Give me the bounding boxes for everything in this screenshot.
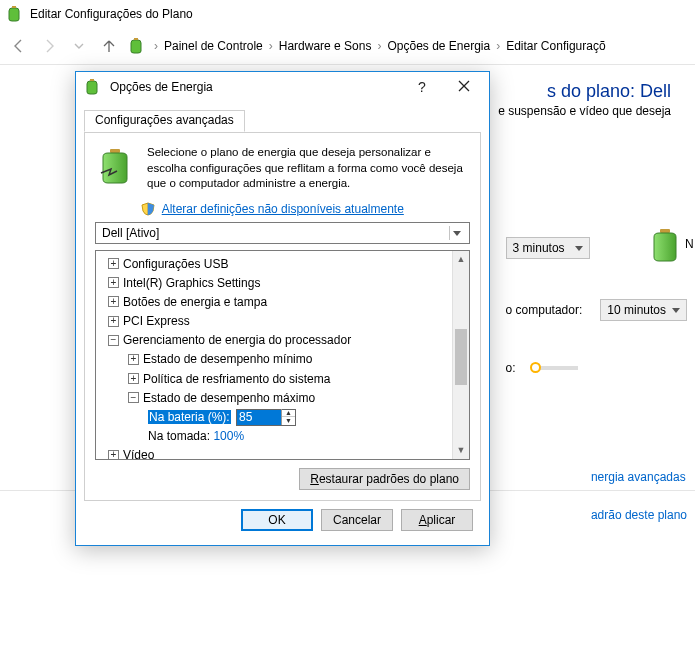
settings-tree[interactable]: +Configurações USB +Intel(R) Graphics Se… — [96, 251, 452, 459]
breadcrumb[interactable]: ›Painel de Controle ›Hardware e Sons ›Op… — [154, 39, 606, 53]
shield-icon — [141, 202, 155, 216]
svg-rect-1 — [134, 38, 138, 40]
collapse-icon[interactable]: − — [108, 335, 119, 346]
scroll-down-icon[interactable]: ▼ — [453, 442, 469, 459]
battery-icon — [6, 5, 24, 23]
change-unavailable-link[interactable]: Alterar definições não disponíveis atual… — [162, 202, 404, 216]
close-button[interactable] — [447, 75, 481, 99]
battery-large-icon — [95, 145, 137, 187]
plan-select[interactable]: Dell [Ativo] — [95, 222, 470, 244]
sleep-dropdown[interactable]: 3 minutos — [506, 237, 590, 259]
cancel-button[interactable]: Cancelar — [321, 509, 393, 531]
expand-icon[interactable]: + — [128, 354, 139, 365]
advanced-settings-link[interactable]: nergia avançadas — [591, 470, 687, 484]
battery-icon — [84, 78, 102, 96]
svg-rect-0 — [12, 6, 16, 8]
display-dropdown[interactable]: 10 minutos — [600, 299, 687, 321]
expand-icon[interactable]: + — [108, 258, 119, 269]
expand-icon[interactable]: + — [108, 296, 119, 307]
row-label: o: — [506, 361, 516, 375]
expand-icon[interactable]: + — [108, 450, 119, 459]
apply-button[interactable]: Aplicar — [401, 509, 473, 531]
power-options-dialog: Opções de Energia ? Configurações avança… — [75, 71, 490, 546]
nav-recent-icon[interactable] — [68, 35, 90, 57]
brightness-slider[interactable] — [534, 366, 578, 370]
help-button[interactable]: ? — [405, 75, 439, 99]
collapse-icon[interactable]: − — [128, 392, 139, 403]
tree-item-label[interactable]: Intel(R) Graphics Settings — [123, 276, 260, 290]
scroll-thumb[interactable] — [455, 329, 467, 385]
tree-item-label[interactable]: Botões de energia e tampa — [123, 295, 267, 309]
scroll-up-icon[interactable]: ▲ — [453, 251, 469, 268]
tree-item-label[interactable]: Estado de desempenho mínimo — [143, 352, 312, 366]
nav-back-icon[interactable] — [8, 35, 30, 57]
battery-icon — [128, 37, 146, 55]
on-battery-label[interactable]: Na bateria (%): — [148, 410, 231, 424]
tree-item-label[interactable]: Estado de desempenho máximo — [143, 391, 315, 405]
ok-button[interactable]: OK — [241, 509, 313, 531]
spin-down-icon[interactable]: ▼ — [282, 417, 295, 425]
tab-advanced[interactable]: Configurações avançadas — [84, 110, 245, 132]
dialog-title: Opções de Energia — [110, 80, 213, 94]
window-title: Editar Configurações do Plano — [30, 7, 193, 21]
on-ac-value[interactable]: 100% — [213, 429, 244, 443]
on-battery-spinner[interactable]: ▲ ▼ — [236, 409, 296, 426]
nav-up-icon[interactable] — [98, 35, 120, 57]
svg-rect-4 — [110, 149, 120, 153]
on-ac-label: Na tomada: — [148, 429, 210, 443]
restore-defaults-button[interactable]: Restaurar padrões do plano — [299, 468, 470, 490]
expand-icon[interactable]: + — [128, 373, 139, 384]
dialog-description: Selecione o plano de energia que deseja … — [147, 145, 470, 192]
svg-rect-2 — [660, 229, 670, 233]
tree-item-label[interactable]: Política de resfriamento do sistema — [143, 372, 330, 386]
tree-item-label[interactable]: PCI Express — [123, 314, 190, 328]
tree-item-label[interactable]: Gerenciamento de energia do processador — [123, 333, 351, 347]
nav-forward-icon[interactable] — [38, 35, 60, 57]
expand-icon[interactable]: + — [108, 277, 119, 288]
tree-scrollbar[interactable]: ▲ ▼ — [452, 251, 469, 459]
row-label: o computador: — [506, 303, 583, 317]
on-battery-input[interactable] — [237, 410, 281, 425]
tree-item-label[interactable]: Vídeo — [123, 448, 154, 458]
tree-item-label[interactable]: Configurações USB — [123, 257, 228, 271]
svg-rect-3 — [90, 79, 94, 81]
restore-plan-link[interactable]: adrão deste plano — [591, 508, 687, 522]
expand-icon[interactable]: + — [108, 316, 119, 327]
